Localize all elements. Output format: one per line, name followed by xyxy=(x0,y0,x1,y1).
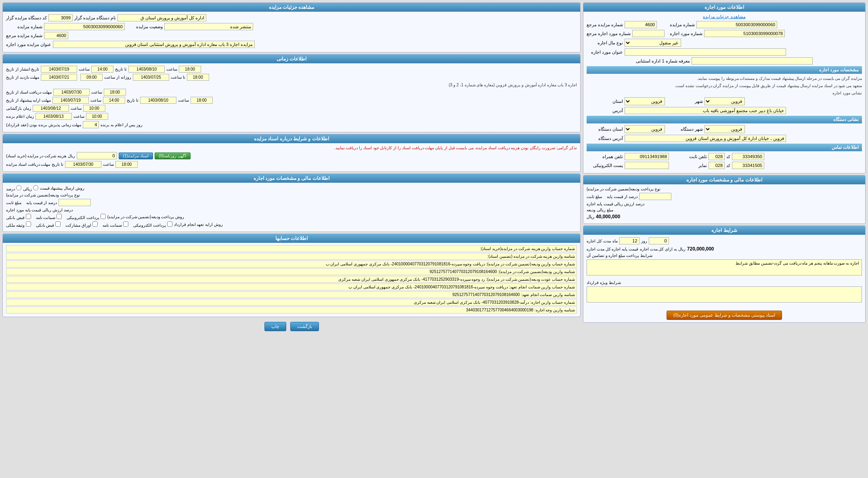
taahhod-q-cb[interactable] xyxy=(55,221,61,227)
shomare-marja-label: شماره مزایده مرجع xyxy=(6,33,42,38)
namabr-input[interactable] xyxy=(732,162,764,169)
sharait-section: شرایط اجاره روز ماه مدت کل اجاره 720,000… xyxy=(583,225,866,323)
vaziat-label: وضعیت مزایده xyxy=(126,24,163,29)
sharait-mablag-text[interactable]: اجاره به صورت ماهانه پنجم هر ماه دریافت … xyxy=(587,259,862,276)
asnad-deadline-saat[interactable] xyxy=(115,161,138,168)
mohlet-asnad2-label: مهلت دریافت اسناد مزایده xyxy=(6,162,50,167)
enteshar-ta-date[interactable] xyxy=(128,66,165,73)
code1-input[interactable] xyxy=(709,153,725,160)
onvan-input[interactable] xyxy=(625,48,786,56)
daneshgah-address-input[interactable] xyxy=(625,135,786,142)
bazgasht-ta-date[interactable] xyxy=(133,74,169,81)
shomare-marja-input[interactable] xyxy=(44,32,68,39)
taahhod-z-cb[interactable] xyxy=(123,221,128,227)
ta-tarikh-label: تا تاریخ xyxy=(127,98,138,102)
mazayade-marja-label: شماره مزایده مرجع xyxy=(587,22,623,27)
ruz-unit: روز xyxy=(641,239,647,243)
name-input[interactable] xyxy=(117,14,206,21)
taahhod-v-cb[interactable] xyxy=(26,221,31,227)
enteshar-ta-saat[interactable] xyxy=(179,66,201,73)
saat-label3: تا ساعت xyxy=(171,75,185,79)
account-row-2: شماره حساب وارین ودیعه(تضمین شرکت در مزا… xyxy=(6,261,577,267)
back-button[interactable]: بازگشت xyxy=(290,322,319,331)
baz-saat[interactable] xyxy=(83,105,105,112)
ravesh-rial-radio[interactable] xyxy=(33,185,38,190)
taahhod-o-label: اوراق مشارکت xyxy=(65,221,98,228)
account-row-5: شماره حساب وارین ضمانت انجام تعهد: دریاف… xyxy=(6,284,577,290)
tel-hamrah-input[interactable] xyxy=(625,153,669,160)
modat-ruz-input[interactable] xyxy=(649,237,669,244)
print-button[interactable]: چاپ xyxy=(264,322,286,331)
mazayade-marja-input[interactable] xyxy=(625,21,657,28)
desc-text3: نشانی مورد اجاره xyxy=(587,90,862,96)
taahhod-e-cb[interactable] xyxy=(167,221,172,227)
mazayade-number-input[interactable] xyxy=(696,21,777,28)
percent-input[interactable] xyxy=(639,193,671,200)
agahi-btn[interactable]: آگهی روزنامه(0) xyxy=(155,152,191,159)
enteshar-az-saat[interactable] xyxy=(91,66,113,73)
asnad-btn[interactable]: اسناد پیوستی مشخصات و شرایط عمومی مورد ا… xyxy=(667,311,782,320)
asnad-az-saat[interactable] xyxy=(104,89,126,96)
account-row-3: شناسه وارین ودیعه(تضمین شرکت در مزایده):… xyxy=(6,268,577,275)
moarrefi-input[interactable] xyxy=(692,57,813,65)
code2-input[interactable] xyxy=(709,162,725,169)
arsal-ta-saat[interactable] xyxy=(191,97,213,104)
code-input[interactable] xyxy=(48,14,73,21)
zaman-borande-label: زمان اعلام برنده xyxy=(6,114,34,119)
daneshgah-ostan-select[interactable]: قزوین xyxy=(625,125,665,133)
borande-saat[interactable] xyxy=(86,113,108,120)
tel-hamrah-label: تلفن همراه xyxy=(587,154,623,159)
taahhod-o-cb[interactable] xyxy=(92,221,98,227)
borande-date[interactable] xyxy=(36,113,72,120)
mablagh-label: مبلغ ثابت xyxy=(587,194,602,199)
pardakht-elektronik-cb[interactable] xyxy=(101,214,106,219)
post-input[interactable] xyxy=(625,162,669,169)
enteshar-az-date[interactable] xyxy=(41,66,77,73)
show-details-link[interactable]: مشاهده جزئیات مزایده xyxy=(703,14,745,19)
zamanat-name-cb[interactable] xyxy=(57,214,62,219)
onvan-maz-label: عنوان مزایده مورد اجاره xyxy=(6,42,51,47)
onvan-maz-input[interactable] xyxy=(53,41,255,48)
code2-label: كد xyxy=(726,163,730,168)
arsal-az-date[interactable] xyxy=(52,97,89,104)
baz-date[interactable] xyxy=(33,105,69,112)
darsad-input[interactable] xyxy=(59,199,91,206)
hezine-input[interactable] xyxy=(77,152,117,159)
asnad-az-date[interactable] xyxy=(53,89,90,96)
taahhod-v-label: وثیقه ملکی xyxy=(6,221,31,228)
bazgasht-az-date[interactable] xyxy=(41,74,77,81)
bazgasht-az-saat[interactable] xyxy=(80,74,103,81)
hesabha-section: اطلاعات حسابها شماره حساب وارین هزینه شر… xyxy=(2,234,581,317)
daneshgah-subheader: نشانی دستگاه xyxy=(587,116,862,123)
vaziat-input[interactable] xyxy=(164,23,253,30)
mali-right-section: اطلاعات مالی و مشخصات مورد اجاره روش ارس… xyxy=(2,173,581,232)
address-input[interactable] xyxy=(625,107,786,114)
shahr-select[interactable]: قزوین xyxy=(704,97,745,105)
pazirash-value[interactable] xyxy=(83,121,99,128)
saat-label2: ساعت xyxy=(79,67,90,71)
ejare-marja-input[interactable] xyxy=(632,30,665,37)
ejare-number-input[interactable] xyxy=(704,30,785,37)
shomare-input[interactable] xyxy=(44,23,125,30)
asnad-maz-btn[interactable]: اسناد مزایده(1) xyxy=(119,152,153,159)
modat-mah-input[interactable] xyxy=(619,237,639,244)
daneshgah-ostan-label: استان دستگاه xyxy=(587,127,623,132)
zaman-baz-label: زمان بازگشایی xyxy=(6,106,31,111)
sharait-vizhe-text[interactable] xyxy=(587,286,862,303)
daneshgah-shahr-select[interactable]: قزوین xyxy=(704,125,745,133)
ostan-select[interactable]: قزوین xyxy=(625,97,665,105)
ta-label: تا تاریخ xyxy=(52,162,63,167)
bazgasht-ta-saat[interactable] xyxy=(187,74,209,81)
contact-subheader: اطلاعات تماس xyxy=(587,144,862,151)
ravesh-darsad-radio[interactable] xyxy=(16,185,21,190)
arsal-az-saat[interactable] xyxy=(103,97,125,104)
arsal-ta-date[interactable] xyxy=(140,97,176,104)
ravesh-label: روش ارسال پیشنهاد قیمت xyxy=(40,186,84,190)
zamant-name-label: ضمانت نامه xyxy=(36,214,62,220)
tel-sabit-input[interactable] xyxy=(732,153,764,160)
asnad-deadline-date[interactable] xyxy=(65,161,101,168)
asnad-section: اطلاعات و شرایط درباره اسناد مزایده تذکر… xyxy=(2,134,581,172)
nove-mal-select[interactable]: غیر منقول xyxy=(625,39,681,47)
qabz-banki-cb[interactable] xyxy=(26,214,31,219)
ejare-marja-label: شماره مورد اجاره مرجع xyxy=(587,31,631,36)
